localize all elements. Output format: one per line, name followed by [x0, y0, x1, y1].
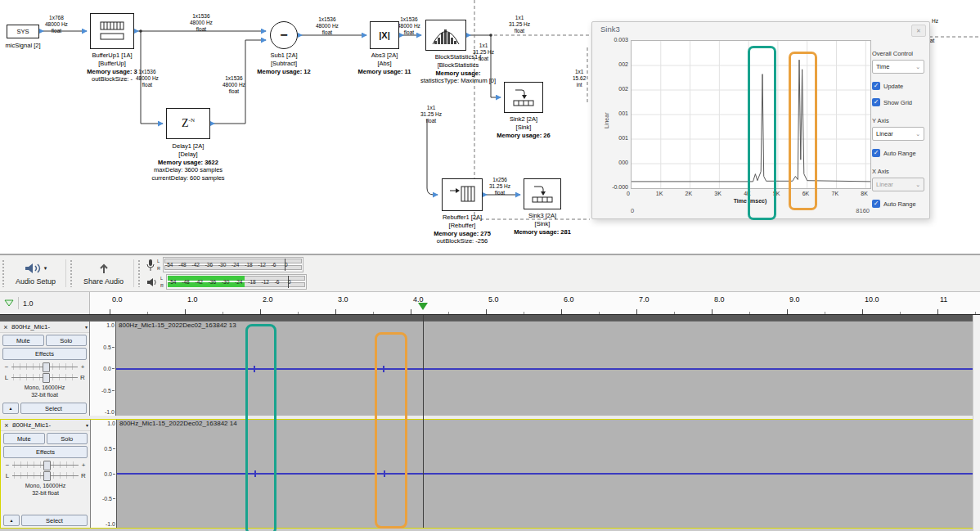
- time-mode-select[interactable]: Time ⌄: [872, 60, 924, 74]
- pan-slider-thumb[interactable]: [43, 471, 51, 481]
- x-scale-select[interactable]: Linear ⌄: [872, 178, 924, 191]
- vertical-scale[interactable]: 1.0 0.5 0.0 -0.5 -1.0: [90, 322, 116, 416]
- timeline-ruler[interactable]: 0.01.02.03.04.05.06.07.08.09.010.011: [90, 292, 980, 314]
- meter-scale-label: -18: [248, 279, 255, 285]
- bufferup-icon: [98, 20, 126, 43]
- playback-meter-bars[interactable]: -54-48-42-36-30-24-18-12-60: [166, 274, 307, 290]
- select-button[interactable]: Select: [20, 403, 87, 414]
- sink-icon: [529, 183, 555, 205]
- close-button[interactable]: ✕: [911, 25, 926, 37]
- track-close-button[interactable]: ×: [2, 323, 10, 331]
- playhead-line: [423, 315, 424, 528]
- gain-slider-thumb[interactable]: [43, 461, 51, 470]
- meter-scale-label: -36: [205, 262, 213, 268]
- effects-button[interactable]: Effects: [2, 348, 87, 360]
- track-format-info: Mono, 16000Hz 32-bit float: [1, 482, 90, 497]
- sink2-block[interactable]: [504, 82, 543, 113]
- checkbox-checked-icon: ✓: [872, 82, 880, 90]
- sink3-block[interactable]: [524, 178, 561, 209]
- wire-label: 1x115.62int: [573, 69, 586, 88]
- toolbar-grip[interactable]: [2, 259, 6, 287]
- plot-range-max: 8160: [845, 207, 870, 214]
- subtract-block[interactable]: −: [270, 21, 298, 49]
- gain-minus-label: −: [5, 461, 10, 469]
- meter-scale-label: -30: [218, 262, 226, 268]
- y-scale-value: Linear: [876, 130, 893, 137]
- effects-button[interactable]: Effects: [3, 446, 88, 458]
- recording-meter-bars[interactable]: -54-48-42-36-30-24-18-12-60: [163, 257, 303, 272]
- solo-button[interactable]: Solo: [47, 433, 88, 444]
- gain-slider[interactable]: − +: [5, 461, 86, 469]
- orange-highlight-box: [789, 52, 817, 210]
- mute-button[interactable]: Mute: [3, 433, 45, 444]
- sink3-plot-window[interactable]: Sink3 ✕ Linear Time (msec) 0 8160 Overal…: [591, 21, 930, 219]
- abs-icon: |X|: [379, 30, 390, 40]
- vertical-scale[interactable]: 1.0 0.5 0.0 -0.5 -1.0: [91, 420, 117, 528]
- y-auto-range-label: Auto Range: [883, 150, 916, 157]
- y-scale-select[interactable]: Linear ⌄: [872, 127, 924, 141]
- abs-block[interactable]: |X|: [370, 21, 399, 49]
- track-titlebar[interactable]: × 800Hz_Mic1- ▾: [1, 420, 90, 431]
- peak-indicator: [288, 276, 289, 288]
- plot-range-min: 0: [631, 207, 634, 214]
- playback-meter[interactable]: LR -54-48-42-36-30-24-18-12-60: [146, 274, 307, 290]
- loop-triangle-icon[interactable]: [4, 299, 14, 307]
- plot-x-tick-label: 0: [627, 191, 630, 196]
- meter-scale-label: -12: [258, 262, 265, 268]
- audio-setup-button[interactable]: ▾ Audio Setup: [7, 255, 64, 291]
- toolbar-grip[interactable]: [70, 259, 74, 287]
- audacity-toolbar: ▾ Audio Setup Share Audio: [0, 255, 980, 292]
- update-checkbox[interactable]: ✓ Update: [872, 82, 924, 90]
- vertical-scrollbar[interactable]: [973, 315, 980, 531]
- bufferup-block[interactable]: [90, 13, 134, 49]
- track-titlebar[interactable]: × 800Hz_Mic1- ▾: [0, 322, 89, 333]
- collapse-button[interactable]: ▲: [2, 403, 19, 414]
- mute-button[interactable]: Mute: [2, 335, 44, 346]
- checkbox-checked-icon: ✓: [872, 200, 880, 208]
- track-name[interactable]: 800Hz_Mic1-: [11, 323, 83, 331]
- delay-block[interactable]: Z-N: [166, 108, 210, 139]
- track-menu-caret-icon[interactable]: ▾: [85, 324, 88, 330]
- share-audio-button[interactable]: Share Audio: [75, 255, 132, 291]
- gain-slider[interactable]: − +: [4, 362, 85, 371]
- collapse-button[interactable]: ▲: [3, 515, 20, 526]
- rebuffer-block[interactable]: [442, 178, 483, 211]
- speaker-icon: [25, 263, 43, 274]
- teal-highlight-box: [748, 46, 776, 220]
- time-mode-value: Time: [876, 63, 889, 70]
- gain-slider-thumb[interactable]: [43, 362, 50, 372]
- wire-label: 1x153648000 Hzfloat: [223, 75, 245, 95]
- sys-block[interactable]: SYS: [7, 25, 39, 38]
- rebuffer-icon: [447, 183, 477, 206]
- speaker-icon: [146, 277, 158, 287]
- playhead-triangle[interactable]: [418, 303, 428, 310]
- track-name[interactable]: 800Hz_Mic1-: [12, 421, 84, 429]
- pan-slider[interactable]: L R: [4, 373, 85, 381]
- x-scale-value: Linear: [876, 181, 893, 188]
- meter-scale-label: -54: [169, 279, 176, 285]
- sink3-caption: Sink3 [2A][Sink] Memory usage: 281: [514, 212, 571, 236]
- timeline-second-label: 1.0: [187, 295, 198, 304]
- select-button[interactable]: Select: [21, 515, 88, 526]
- toolbar-grip[interactable]: [137, 259, 142, 287]
- timeline-left-label: 1.0: [23, 299, 34, 308]
- track-close-button[interactable]: ×: [2, 421, 11, 430]
- recording-meter[interactable]: LR -54-48-42-36-30-24-18-12-60: [146, 257, 307, 272]
- sys-label: SYS: [16, 28, 29, 35]
- x-auto-range-checkbox[interactable]: ✓ Auto Range: [872, 200, 924, 208]
- pan-slider[interactable]: L R: [5, 471, 86, 479]
- wire-label: 1x131.25 Hzfloat: [473, 43, 494, 62]
- timeline-left-cell: 1.0: [0, 292, 90, 314]
- gain-plus-label: +: [80, 363, 85, 371]
- show-grid-checkbox[interactable]: ✓ Show Grid: [872, 98, 924, 106]
- solo-button[interactable]: Solo: [46, 335, 88, 346]
- timeline-second-label: 9.0: [789, 295, 800, 304]
- pan-slider-thumb[interactable]: [43, 373, 50, 383]
- blockstatistics-block[interactable]: [425, 20, 466, 51]
- gain-plus-label: +: [81, 461, 86, 469]
- plot-y-tick-label: 002: [592, 86, 628, 92]
- y-auto-range-checkbox[interactable]: ✓ Auto Range: [872, 149, 924, 157]
- track-menu-caret-icon[interactable]: ▾: [86, 422, 88, 428]
- abs-caption: Abs3 [2A][Abs] Memory usage: 11: [357, 52, 411, 75]
- plot-y-tick-label: 000: [592, 160, 628, 165]
